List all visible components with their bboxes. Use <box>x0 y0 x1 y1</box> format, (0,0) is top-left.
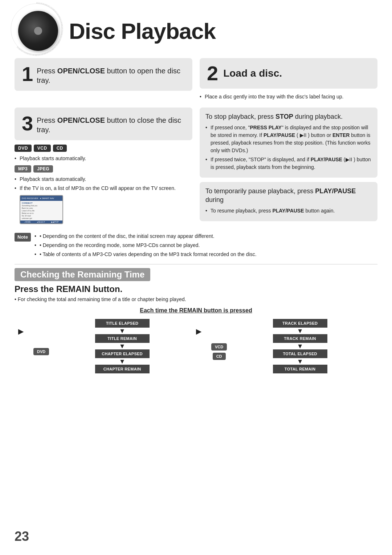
badge-cd: CD <box>53 145 67 152</box>
stop-pause-col: To stop playback, press STOP during play… <box>200 108 377 227</box>
step3-col: 3 Press OPEN/CLOSE button to close the d… <box>15 108 192 227</box>
page-title: Disc Playback <box>69 18 216 44</box>
vcd-flow-side: ▶ VCD CD TRACK ELAPSED ▼ TRACK REMAIN ▼ … <box>200 319 370 373</box>
tv-screen-mockup: DVD RECEIVER ♦ SMART NAV CONNECT Somethi… <box>20 195 63 224</box>
pause-section: To temporarily pause playback, press PLA… <box>200 182 377 221</box>
pause-bullets: To resume playback, press PLAY/PAUSE but… <box>205 207 372 215</box>
subsection-title: Press the REMAIN button. <box>15 284 377 294</box>
step2-box: 2 Load a disc. <box>200 58 377 89</box>
dvd-flow-chain: TITLE ELAPSED ▼ TITLE REMAIN ▼ CHAPTER E… <box>52 319 192 373</box>
dvd-label: DVD <box>33 348 49 355</box>
playback-bullets-2: Playback starts automatically. If the TV… <box>15 175 192 192</box>
note-box: Note • Depending on the content of the d… <box>15 232 377 260</box>
dvd-badge-row: DVD VCD CD <box>15 145 192 152</box>
note-label: Note <box>15 233 31 242</box>
vcd-flow-box-3: TOTAL ELAPSED <box>273 349 327 358</box>
remain-desc: • For checking the total and remaining t… <box>15 296 377 302</box>
vcd-flow-arrow-1: ▼ <box>297 328 303 334</box>
dvd-flow-box-4: CHAPTER REMAIN <box>95 365 150 373</box>
step2-number: 2 <box>207 63 218 84</box>
vcd-flow-chain: TRACK ELAPSED ▼ TRACK REMAIN ▼ TOTAL ELA… <box>230 319 370 373</box>
pause-bullet-1: To resume playback, press PLAY/PAUSE but… <box>205 207 372 215</box>
dvd-flow-side: ▶ DVD TITLE ELAPSED ▼ TITLE REMAIN ▼ CHA… <box>22 319 192 373</box>
page-number: 23 <box>15 529 29 544</box>
vcd-flow-box-2: TRACK REMAIN <box>273 334 327 343</box>
step1-number: 1 <box>22 64 33 84</box>
dvd-badge-col: DVD <box>33 348 49 355</box>
section-heading: Checking the Remaining Time <box>15 268 377 281</box>
note-bullet-3: • Table of contents of a MP3-CD varies d… <box>34 251 257 258</box>
page-header: 0101010100101101001011010010110100101101… <box>0 0 392 58</box>
playback-bullet-2b: If the TV is on, a list of MP3s on the C… <box>15 185 192 192</box>
stop-title: To stop playback, press STOP during play… <box>205 113 372 121</box>
badge-mp3: MP3 <box>15 165 31 173</box>
stop-section: To stop playback, press STOP during play… <box>200 108 377 178</box>
playback-bullets-1: Playback starts automatically. <box>15 155 192 162</box>
dvd-flow-arrow-2: ▼ <box>119 343 126 349</box>
vcd-flow-arrow-3: ▼ <box>297 358 303 365</box>
note-bullet-2: • Depending on the recording mode, some … <box>34 242 257 249</box>
cd-label: CD <box>213 353 226 360</box>
main-content: 1 Press OPEN/CLOSE button to open the di… <box>0 58 392 260</box>
playback-bullet-2a: Playback starts automatically. <box>15 175 192 183</box>
step1-text: Press OPEN/CLOSE button to open the disc… <box>22 64 185 85</box>
step3-box: 3 Press OPEN/CLOSE button to close the d… <box>15 108 192 140</box>
section-title: Checking the Remaining Time <box>15 268 150 281</box>
dvd-flow-arrow-start: ▶ <box>18 327 24 336</box>
step3-text: Press OPEN/CLOSE button to close the dis… <box>22 113 185 134</box>
note-bullet-1: • Depending on the content of the disc, … <box>34 232 257 240</box>
note-text: • Depending on the content of the disc, … <box>34 232 257 260</box>
vcd-flow-arrow-start: ▶ <box>196 327 201 336</box>
pause-title: To temporarily pause playback, press PLA… <box>205 187 372 204</box>
stop-bold: STOP <box>275 113 293 120</box>
step1-bold: OPEN/CLOSE <box>57 67 105 75</box>
step2-text: Load a disc. <box>223 68 282 79</box>
playback-bullet-1: Playback starts automatically. <box>15 155 192 162</box>
stop-bullets: If pressed once, "PRESS PLAY" is display… <box>205 124 372 171</box>
dvd-flow-arrow-3: ▼ <box>119 358 126 365</box>
badge-dvd: DVD <box>15 145 32 152</box>
vcd-flow-box-4: TOTAL REMAIN <box>273 365 327 373</box>
step3-number: 3 <box>22 113 33 134</box>
step2-bullets: Place a disc gently into the tray with t… <box>200 93 377 101</box>
step2-col: 2 Load a disc. Place a disc gently into … <box>200 58 377 102</box>
step1-col: 1 Press OPEN/CLOSE button to open the di… <box>15 58 192 102</box>
remain-subtitle: Each time the REMAIN button is pressed <box>15 307 377 314</box>
step1-box: 1 Press OPEN/CLOSE button to open the di… <box>15 58 192 91</box>
steps-row-1: 1 Press OPEN/CLOSE button to open the di… <box>15 58 377 102</box>
dvd-flow-arrow-1: ▼ <box>119 328 126 334</box>
badge-jpeg: JPEG <box>33 165 53 173</box>
step3-bold: OPEN/CLOSE <box>57 116 105 124</box>
pause-bold: PLAY/PAUSE <box>315 187 356 195</box>
stop-bullet-2: If pressed twice, "STOP" is displayed, a… <box>205 156 372 171</box>
disc-graphic <box>18 11 58 51</box>
mp3-badge-row: MP3 JPEG <box>15 165 192 173</box>
stop-bullet-1: If pressed once, "PRESS PLAY" is display… <box>205 124 372 154</box>
vcd-label: VCD <box>211 343 227 351</box>
badge-vcd: VCD <box>34 145 51 152</box>
flow-diagrams: ▶ DVD TITLE ELAPSED ▼ TITLE REMAIN ▼ CHA… <box>15 319 377 373</box>
dvd-flow-box-3: CHAPTER ELAPSED <box>95 349 150 358</box>
dvd-flow-box-1: TITLE ELAPSED <box>95 319 150 328</box>
dvd-flow-box-2: TITLE REMAIN <box>95 334 150 343</box>
vcd-flow-box-1: TRACK ELAPSED <box>273 319 327 328</box>
remaining-section: Checking the Remaining Time Press the RE… <box>0 268 392 373</box>
disc-image: 0101010100101101001011010010110100101101… <box>15 7 62 54</box>
steps-row-2: 3 Press OPEN/CLOSE button to close the d… <box>15 108 377 227</box>
step2-bullet-1: Place a disc gently into the tray with t… <box>200 93 377 101</box>
vcd-badge-col: VCD CD <box>211 343 227 360</box>
vcd-flow-arrow-2: ▼ <box>297 343 303 349</box>
